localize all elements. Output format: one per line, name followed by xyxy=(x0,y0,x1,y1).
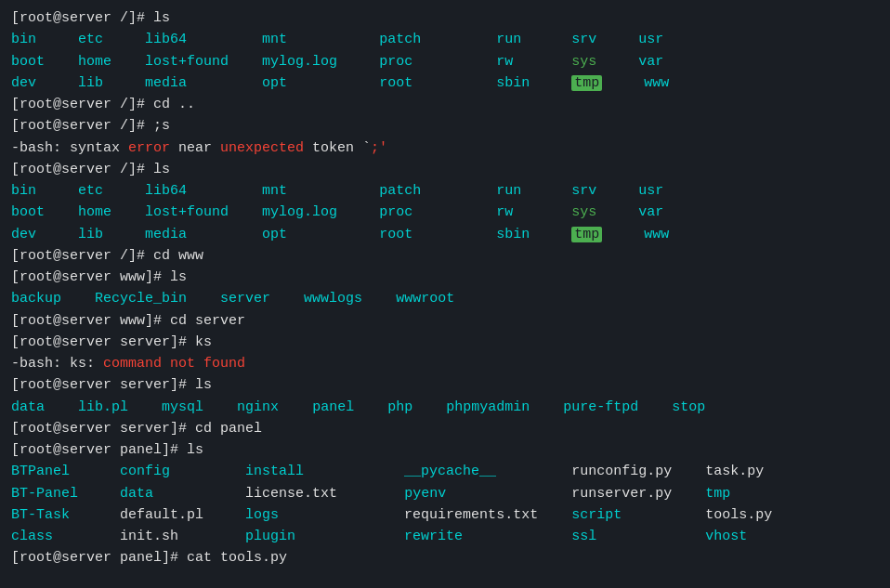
ls-item: bin xyxy=(11,32,36,47)
ls-item: patch xyxy=(379,32,421,47)
ls-item: usr xyxy=(638,32,663,47)
ls-item: lib xyxy=(78,75,103,91)
ls-item: lib64 xyxy=(145,32,187,47)
ls-row-3: dev lib media opt root sbin tmp www xyxy=(11,72,879,94)
ls-item: rw xyxy=(496,204,513,220)
panel-ls-row-3: BT-Task default.pl logs requirements.txt… xyxy=(11,504,879,526)
line-cd-dotdot: [root@server /]# cd .. xyxy=(11,94,879,115)
ls-item: mylog.log xyxy=(262,54,337,70)
ls-item: backup xyxy=(11,291,61,307)
ls-item: config xyxy=(120,464,170,479)
server-ls-row: data lib.pl mysql nginx panel php phpmya… xyxy=(11,397,879,418)
ls-item: init.sh xyxy=(120,529,178,544)
ls-item: bin xyxy=(11,183,36,199)
ks-not-found: -bash: ks: command not found xyxy=(11,353,879,374)
cmd-not-found-text: command not found xyxy=(103,356,245,372)
ls-item: tmp xyxy=(705,486,730,502)
ls-item: __pycache__ xyxy=(404,464,496,479)
ls-item: rewrite xyxy=(404,529,463,544)
ls-item: usr xyxy=(638,183,663,199)
ls-item: license.txt xyxy=(245,486,337,502)
error-line: -bash: syntax error near unexpected toke… xyxy=(11,137,879,159)
ls-item: wwwlogs xyxy=(304,291,362,307)
line-ls-panel: [root@server panel]# ls xyxy=(11,439,879,461)
ls-item: lib64 xyxy=(145,183,187,199)
ls-item: data xyxy=(11,399,45,415)
ls-item-sys: sys xyxy=(571,204,596,220)
ls-item: data xyxy=(120,486,153,502)
error-token: ;' xyxy=(371,140,387,156)
ls-item: home xyxy=(78,204,111,220)
ls-item: vhost xyxy=(705,529,747,544)
ls2-row-3: dev lib media opt root sbin tmp www xyxy=(11,224,879,245)
error-word: error xyxy=(128,140,170,156)
ls-item: BTPanel xyxy=(11,464,70,479)
ls-item: wwwroot xyxy=(396,291,454,307)
line-1: [root@server /]# ls xyxy=(11,7,879,29)
ls-item: requirements.txt xyxy=(404,507,538,523)
ls-item: run xyxy=(496,32,521,47)
ls-item-sys: sys xyxy=(571,54,596,70)
ls-item: run xyxy=(496,183,521,199)
panel-ls-row-4: class init.sh plugin rewrite ssl vhost xyxy=(11,526,879,547)
ls-item: mnt xyxy=(262,32,287,47)
ls-item: lib.pl xyxy=(78,399,128,415)
ls-item: install xyxy=(245,464,304,479)
line-cd-www: [root@server /]# cd www xyxy=(11,245,879,267)
ls-item: dev xyxy=(11,75,36,91)
ls-item: Recycle_bin xyxy=(95,291,187,307)
ls-item: boot xyxy=(11,204,45,220)
ls-item: logs xyxy=(245,507,279,523)
ls-item: BT-Task xyxy=(11,507,70,523)
ls-item: patch xyxy=(379,183,421,199)
line-semicolon: [root@server /]# ;s xyxy=(11,115,879,137)
ls2-row-2: boot home lost+found mylog.log proc rw s… xyxy=(11,202,879,223)
ls-item: sbin xyxy=(496,227,530,242)
ls-item: media xyxy=(145,75,187,91)
ls-item: opt xyxy=(262,75,287,91)
ls-item: etc xyxy=(78,32,103,47)
ls-item: var xyxy=(638,54,663,70)
ls-item: ssl xyxy=(571,529,596,544)
line-cd-server: [root@server www]# cd server xyxy=(11,310,879,332)
line-ls-2: [root@server /]# ls xyxy=(11,159,879,180)
ls-item: runconfig.py xyxy=(571,464,672,479)
line-ls-www: [root@server www]# ls xyxy=(11,267,879,288)
ls-item: pyenv xyxy=(404,486,446,502)
ls-item: panel xyxy=(312,399,354,415)
ls-item: var xyxy=(638,204,663,220)
ls-item: proc xyxy=(379,54,412,70)
ls-row-2: boot home lost+found mylog.log proc rw s… xyxy=(11,51,879,72)
ls-item: class xyxy=(11,529,53,544)
ls-item: sbin xyxy=(496,75,530,91)
line-ls-server: [root@server server]# ls xyxy=(11,374,879,396)
ls-item: tools.py xyxy=(705,507,772,523)
error-near: unexpected xyxy=(220,140,304,156)
line-ks: [root@server server]# ks xyxy=(11,332,879,353)
ls-item: etc xyxy=(78,183,103,199)
ls-item: lib xyxy=(78,227,103,242)
ls-item: media xyxy=(145,227,187,242)
ls-item: mnt xyxy=(262,183,287,199)
ls-item: opt xyxy=(262,227,287,242)
ls-item: pure-ftpd xyxy=(563,399,638,415)
line-cd-panel: [root@server server]# cd panel xyxy=(11,418,879,439)
ls-item: proc xyxy=(379,204,412,220)
ls-item: boot xyxy=(11,54,45,70)
ls-item: lost+found xyxy=(145,54,229,70)
terminal: [root@server /]# ls bin etc lib64 mnt pa… xyxy=(11,7,879,569)
ls-row-1: bin etc lib64 mnt patch run srv usr xyxy=(11,29,879,50)
ls-item: lost+found xyxy=(145,204,229,220)
ls-item: mylog.log xyxy=(262,204,337,220)
ls-item: task.py xyxy=(705,464,764,479)
ls-item: root xyxy=(379,75,412,91)
ls-item: www xyxy=(644,227,669,242)
ls-item: stop xyxy=(672,399,705,415)
panel-ls-row-1: BTPanel config install __pycache__ runco… xyxy=(11,461,879,482)
ls-item: script xyxy=(571,507,622,523)
ls-item: mysql xyxy=(162,399,203,415)
ls-item: phpmyadmin xyxy=(446,399,530,415)
ls-item: BT-Panel xyxy=(11,486,78,502)
ls-item: default.pl xyxy=(120,507,203,523)
line-cat-tools: [root@server panel]# cat tools.py xyxy=(11,547,879,568)
